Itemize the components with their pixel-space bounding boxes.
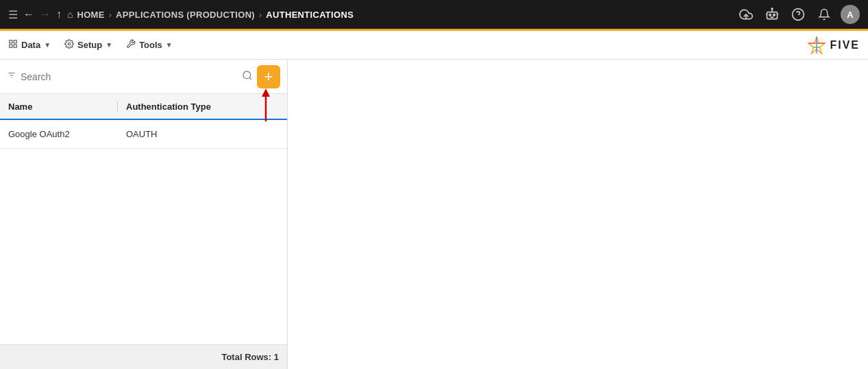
svg-rect-1 (767, 12, 778, 19)
secondary-nav: Data ▼ Setup ▼ Tools ▼ (0, 31, 868, 60)
five-logo-text: FIVE (830, 39, 860, 51)
svg-point-4 (773, 14, 776, 16)
panel-footer: Total Rows: 1 (0, 344, 287, 369)
search-magnify-icon[interactable] (242, 70, 253, 84)
topbar-left: ☰ ← → ↑ ⌂ HOME › APPLICATIONS (PRODUCTIO… (8, 8, 736, 21)
filter-icon (7, 71, 16, 82)
svg-rect-10 (14, 45, 16, 47)
col-header-name: Name (8, 102, 118, 112)
setup-gear-icon (64, 39, 74, 51)
table-row[interactable]: Google OAuth2 OAUTH (0, 120, 287, 149)
cell-auth-type: OAUTH (118, 129, 279, 139)
breadcrumb: ⌂ HOME › APPLICATIONS (PRODUCTION) › AUT… (67, 9, 354, 20)
secondary-nav-left: Data ▼ Setup ▼ Tools ▼ (8, 39, 173, 51)
add-button[interactable]: + (257, 65, 280, 88)
left-panel: + Name Authentication Type Google OAuth2… (0, 60, 288, 369)
svg-rect-7 (10, 40, 12, 43)
menu-icon[interactable]: ☰ (8, 8, 18, 21)
topbar-right: A (736, 5, 860, 24)
search-bar: + (0, 60, 287, 94)
nav-setup-label: Setup (77, 40, 102, 50)
tools-dropdown-icon: ▼ (166, 41, 173, 49)
table-container: Name Authentication Type Google OAuth2 O… (0, 94, 287, 344)
table-header: Name Authentication Type (0, 94, 287, 120)
forward-icon[interactable]: → (40, 8, 51, 21)
data-dropdown-icon: ▼ (44, 41, 51, 49)
search-input[interactable] (21, 71, 238, 82)
right-panel (288, 60, 868, 369)
svg-point-3 (769, 14, 771, 16)
nav-item-data[interactable]: Data ▼ (8, 39, 51, 51)
breadcrumb-sep-2: › (259, 10, 262, 20)
breadcrumb-apps[interactable]: APPLICATIONS (PRODUCTION) (116, 10, 255, 20)
total-rows-label: Total Rows: 1 (221, 352, 279, 362)
svg-point-2 (771, 8, 773, 10)
home-icon: ⌂ (67, 9, 73, 20)
setup-dropdown-icon: ▼ (106, 41, 112, 49)
nav-tools-label: Tools (139, 40, 162, 50)
back-icon[interactable]: ← (23, 8, 34, 21)
up-icon[interactable]: ↑ (56, 8, 62, 21)
topbar: ☰ ← → ↑ ⌂ HOME › APPLICATIONS (PRODUCTIO… (0, 0, 868, 31)
data-grid-icon (8, 39, 18, 51)
svg-rect-9 (10, 45, 12, 47)
help-icon[interactable] (789, 5, 808, 24)
nav-item-setup[interactable]: Setup ▼ (64, 39, 112, 51)
bot-icon[interactable] (762, 5, 782, 24)
breadcrumb-sep-1: › (109, 10, 112, 20)
svg-line-20 (249, 78, 251, 80)
svg-rect-8 (14, 40, 16, 43)
five-logo: FIVE (806, 35, 860, 56)
five-logo-icon (806, 35, 827, 56)
avatar[interactable]: A (841, 5, 860, 24)
nav-data-label: Data (21, 40, 40, 50)
breadcrumb-home[interactable]: HOME (77, 10, 104, 20)
svg-point-11 (68, 43, 71, 45)
svg-marker-22 (262, 88, 270, 97)
cell-name: Google OAuth2 (8, 129, 118, 139)
notification-icon[interactable] (815, 5, 834, 24)
tools-icon (126, 39, 136, 51)
breadcrumb-current: AUTHENTICATIONS (266, 10, 354, 20)
content-area: + Name Authentication Type Google OAuth2… (0, 60, 868, 369)
nav-item-tools[interactable]: Tools ▼ (126, 39, 173, 51)
cloud-sync-icon[interactable] (736, 5, 756, 24)
svg-point-19 (243, 71, 251, 79)
red-arrow-svg (249, 87, 283, 125)
